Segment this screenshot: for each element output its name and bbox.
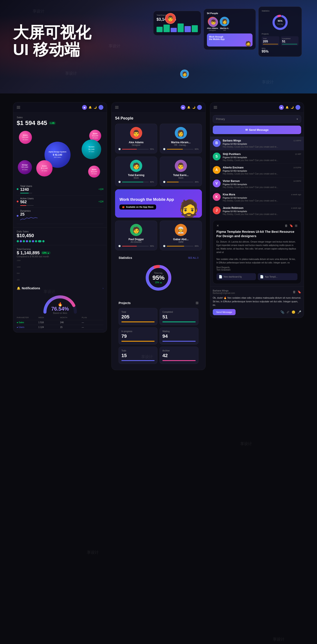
message-item-jessie[interactable]: J Jessie Robinson a week ago Figma Ui Ki… <box>210 204 304 218</box>
nav-bell-mid[interactable]: 🔔 <box>187 106 190 109</box>
shiji-avatar: S <box>213 152 221 160</box>
project-total-label: Total <box>121 311 155 313</box>
panel-header-right: ◆ 🔔 🌙 <box>210 102 304 112</box>
hero-visual-area: Total Earning $3,140,895 54 People 👨 <box>111 0 317 94</box>
sales-amount: $1 594 845 <box>17 120 47 126</box>
bar-group-6 <box>28 262 29 281</box>
watermark-main-3: 享设计 <box>240 441 252 446</box>
primary-select[interactable]: Primary ▾ <box>213 115 301 123</box>
project-card-waiting: Waiting 94 <box>160 327 198 344</box>
total-users-dot <box>17 188 18 190</box>
nav-avatar-right[interactable] <box>296 105 300 110</box>
nav-avatar-mid[interactable] <box>197 105 202 110</box>
sales-badge: +.45 <box>49 122 56 125</box>
reply-icon-attachment[interactable]: 🖇 <box>286 310 290 314</box>
store1-avatar: 🧑 <box>130 160 142 172</box>
shiji-name: Shiji Pushkars <box>223 152 241 156</box>
kisa-time: a week ago <box>291 194 301 196</box>
reply-header: Barbara Wings Barbara@12gmail.com 🗑 🔖 <box>213 289 301 294</box>
chevron-down-icon: ▾ <box>297 118 298 121</box>
project-total-bar <box>121 322 155 322</box>
attachment-template[interactable]: 📄 App Templi... <box>258 273 298 280</box>
nav-moon-mid[interactable]: 🌙 <box>192 106 195 109</box>
hamburger-icon[interactable] <box>17 106 20 109</box>
person-store1: 🧑 Total Earning Store 🕐 80% <box>115 156 157 186</box>
donut-value: 95% <box>152 274 165 281</box>
project-completed-label: Completed <box>162 311 196 313</box>
attachment-dashboard[interactable]: 📄 New dashboard.fig <box>217 273 256 280</box>
person-marina: 👩 Marina Abram... HR - manag... 🕐 60% <box>160 124 202 154</box>
active-users-change: +124 <box>99 200 104 203</box>
reply-icon-paperclip[interactable]: 📎 <box>281 310 284 314</box>
email-detail-modal: ✕ 🗑 🔖 ⊞ Figma Template Reviews UI-kit Th… <box>213 220 301 284</box>
statistics-title: Statistics <box>119 256 132 260</box>
jessie-content: Jessie Robinson a week ago Figma Ui Kit … <box>223 206 301 216</box>
app-store-button[interactable]: 🍎 Available on the App Store <box>119 204 156 210</box>
message-item-victor[interactable]: V Victor Barsun 14:35PM Figma Ui Kit tem… <box>210 177 304 190</box>
notifications-arrow[interactable]: › <box>103 287 103 290</box>
app-store-card: Work through the Mobile App 🍎 Available … <box>115 189 202 218</box>
see-all-link[interactable]: SEE ALL 3 <box>188 257 198 259</box>
modal-more-icon[interactable]: ⊞ <box>295 224 298 227</box>
reply-icon-emoji[interactable]: 😊 <box>292 310 295 314</box>
project-todo-value: 15 <box>121 353 155 358</box>
nav-icon-moon[interactable]: 🌙 <box>94 106 97 109</box>
modal-trash-icon[interactable]: 🗑 <box>285 224 288 227</box>
message-item-barbara[interactable]: B Barbara Wings 12:48PM Figma Ui Kit tem… <box>210 137 304 150</box>
statistics-section: Statistics SEE ALL 3 <box>115 254 202 298</box>
dot-5 <box>29 240 31 242</box>
barbara-msg-title: Figma Ui Kit template <box>223 142 301 145</box>
kisa-avatar: K <box>213 193 221 201</box>
people-grid-row1: 👨 Alex Adams Designer 🕐 55% <box>115 124 202 154</box>
hero-section: 享设计 享设计 享设计 享设计 享设计 大屏可视化 UI 移动端 Total E… <box>0 0 317 94</box>
total-earning-section: Total Earning $ 1,140,895 13% ▲ Compared… <box>13 245 107 284</box>
reply-trash-icon[interactable]: 🗑 <box>293 290 296 294</box>
message-item-shiji[interactable]: S Shiji Pushkars 12:48P Figma Ui Kit tem… <box>210 150 304 164</box>
file-icon-1: 📄 <box>219 275 222 278</box>
victor-avatar: V <box>213 180 221 187</box>
file-name-1: New dashboard.fig <box>224 276 242 278</box>
reply-section: Barbara Wings Barbara@12gmail.com 🗑 🔖 Ok… <box>210 286 304 318</box>
reply-send-button[interactable]: Send Message <box>213 309 236 315</box>
modal-close-button[interactable]: ✕ <box>217 224 219 227</box>
message-item-kisa[interactable]: K Kisa Mura a week ago Figma Ui Kit temp… <box>210 190 304 204</box>
marina-progress-icon: 🕐 <box>163 148 165 150</box>
people-grid-row3: 🧑 Paul Dogger Art-Director 🕐 55% <box>115 220 202 250</box>
store2-progress-fill <box>167 182 179 182</box>
alex-progress-value: 55% <box>150 148 154 150</box>
projects-expand-icon[interactable]: ⊞ <box>196 301 198 305</box>
project-waiting-value: 94 <box>162 334 196 339</box>
dot-4 <box>26 240 28 242</box>
reply-icon-mic[interactable]: 🎤 <box>298 310 301 314</box>
reply-from-email: Barbara@12gmail.com <box>213 292 235 294</box>
nav-avatar[interactable] <box>99 105 103 110</box>
people-grid-row2: 🧑 Total Earning Store 🕐 80% <box>115 156 202 186</box>
notifications-section: 🔔 Notifications › 🔥 <box>13 284 107 332</box>
people-title: 54 People <box>115 116 202 121</box>
alex-progress-icon: 🕐 <box>118 148 121 150</box>
bar-group-2 <box>23 266 24 281</box>
store2-avatar: 👨 <box>175 160 187 172</box>
nav-icon-bell[interactable]: 🔔 <box>89 106 92 109</box>
reply-from-name: Barbara Wings <box>213 289 235 292</box>
nav-moon-right[interactable]: 🌙 <box>291 106 294 109</box>
project-inprogress-value: 79 <box>121 334 155 339</box>
gabar-progress: 🕐 65% <box>163 245 199 247</box>
paul-progress-value: 55% <box>150 245 154 247</box>
hamburger-icon-right[interactable] <box>214 106 217 109</box>
project-todo-bar <box>121 360 155 361</box>
modal-save-icon[interactable]: 🔖 <box>290 224 293 227</box>
shiji-preview: Hey Bobby, Could you free now? Can you c… <box>223 159 301 162</box>
send-message-button[interactable]: ✉ Send Message <box>213 126 301 134</box>
reply-bookmark-icon[interactable]: 🔖 <box>298 290 301 294</box>
svg-text:95%: 95% <box>278 20 283 22</box>
project-total-value: 205 <box>121 314 155 320</box>
hamburger-icon-mid[interactable] <box>115 106 119 109</box>
message-item-alberto[interactable]: A Alberto Encinare 14:52PM Figma Ui Kit … <box>210 164 304 177</box>
app-store-character: 🧔 <box>178 200 200 218</box>
projects-header: Projects ⊞ <box>119 301 198 305</box>
users-row-week: 1 124 <box>38 326 60 328</box>
nav-bell-right[interactable]: 🔔 <box>286 106 289 109</box>
dot-indicators <box>17 240 103 242</box>
total-users-change: +124 <box>99 188 104 190</box>
